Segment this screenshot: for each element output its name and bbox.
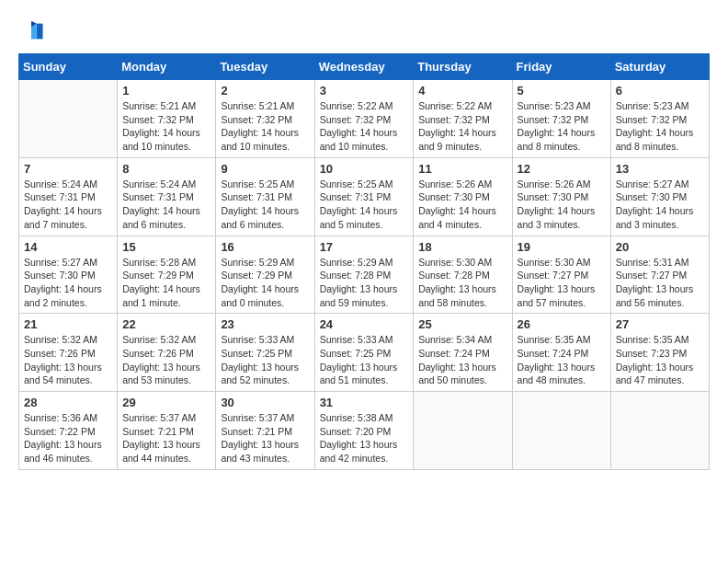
calendar-cell: 6Sunrise: 5:23 AM Sunset: 7:32 PM Daylig… (610, 80, 709, 158)
calendar-cell: 3Sunrise: 5:22 AM Sunset: 7:32 PM Daylig… (314, 80, 414, 158)
day-info: Sunrise: 5:21 AM Sunset: 7:32 PM Dayligh… (221, 99, 309, 154)
day-info: Sunrise: 5:30 AM Sunset: 7:28 PM Dayligh… (418, 256, 506, 310)
calendar-cell (512, 392, 610, 470)
day-info: Sunrise: 5:22 AM Sunset: 7:32 PM Dayligh… (320, 99, 409, 154)
calendar-header-row: SundayMondayTuesdayWednesdayThursdayFrid… (19, 54, 710, 80)
svg-marker-0 (37, 24, 43, 40)
day-info: Sunrise: 5:26 AM Sunset: 7:30 PM Dayligh… (418, 178, 506, 232)
calendar-cell: 23Sunrise: 5:33 AM Sunset: 7:25 PM Dayli… (216, 314, 314, 392)
weekday-header-monday: Monday (118, 54, 216, 80)
day-number: 6 (616, 84, 704, 98)
day-number: 2 (221, 84, 309, 98)
weekday-header-thursday: Thursday (414, 54, 512, 80)
day-info: Sunrise: 5:24 AM Sunset: 7:31 PM Dayligh… (122, 178, 210, 232)
day-number: 3 (320, 84, 409, 98)
calendar-cell: 29Sunrise: 5:37 AM Sunset: 7:21 PM Dayli… (118, 392, 216, 470)
day-number: 23 (221, 317, 309, 331)
calendar-cell: 19Sunrise: 5:30 AM Sunset: 7:27 PM Dayli… (512, 236, 610, 314)
day-info: Sunrise: 5:35 AM Sunset: 7:23 PM Dayligh… (616, 333, 704, 387)
calendar-cell: 7Sunrise: 5:24 AM Sunset: 7:31 PM Daylig… (19, 157, 118, 236)
calendar-cell: 31Sunrise: 5:38 AM Sunset: 7:20 PM Dayli… (314, 392, 414, 470)
day-number: 22 (122, 317, 210, 331)
calendar-cell: 11Sunrise: 5:26 AM Sunset: 7:30 PM Dayli… (414, 157, 512, 236)
calendar-cell: 24Sunrise: 5:33 AM Sunset: 7:25 PM Dayli… (314, 314, 414, 392)
day-info: Sunrise: 5:26 AM Sunset: 7:30 PM Dayligh… (518, 178, 606, 232)
calendar-cell: 10Sunrise: 5:25 AM Sunset: 7:31 PM Dayli… (314, 157, 414, 236)
calendar-cell: 27Sunrise: 5:35 AM Sunset: 7:23 PM Dayli… (610, 314, 709, 392)
weekday-header-friday: Friday (512, 54, 610, 80)
calendar-cell: 13Sunrise: 5:27 AM Sunset: 7:30 PM Dayli… (610, 157, 709, 236)
calendar-week-row: 28Sunrise: 5:36 AM Sunset: 7:22 PM Dayli… (19, 392, 710, 470)
calendar-cell: 25Sunrise: 5:34 AM Sunset: 7:24 PM Dayli… (414, 314, 512, 392)
calendar-cell: 4Sunrise: 5:22 AM Sunset: 7:32 PM Daylig… (414, 80, 512, 158)
day-number: 8 (122, 162, 210, 176)
day-info: Sunrise: 5:24 AM Sunset: 7:31 PM Dayligh… (24, 178, 112, 232)
logo (18, 18, 48, 44)
calendar-cell: 16Sunrise: 5:29 AM Sunset: 7:29 PM Dayli… (216, 236, 314, 314)
calendar-table: SundayMondayTuesdayWednesdayThursdayFrid… (18, 53, 710, 470)
page-header (18, 18, 710, 44)
day-info: Sunrise: 5:33 AM Sunset: 7:25 PM Dayligh… (221, 333, 309, 387)
calendar-cell: 30Sunrise: 5:37 AM Sunset: 7:21 PM Dayli… (216, 392, 314, 470)
logo-icon (18, 18, 44, 44)
day-info: Sunrise: 5:27 AM Sunset: 7:30 PM Dayligh… (24, 256, 112, 310)
day-info: Sunrise: 5:30 AM Sunset: 7:27 PM Dayligh… (518, 256, 606, 310)
day-info: Sunrise: 5:29 AM Sunset: 7:28 PM Dayligh… (320, 256, 409, 310)
day-info: Sunrise: 5:35 AM Sunset: 7:24 PM Dayligh… (518, 333, 606, 387)
day-info: Sunrise: 5:34 AM Sunset: 7:24 PM Dayligh… (418, 333, 506, 387)
weekday-header-sunday: Sunday (19, 54, 118, 80)
calendar-cell (610, 392, 709, 470)
weekday-header-tuesday: Tuesday (216, 54, 314, 80)
day-info: Sunrise: 5:36 AM Sunset: 7:22 PM Dayligh… (24, 411, 112, 465)
day-number: 20 (616, 240, 704, 254)
day-number: 24 (320, 317, 409, 331)
calendar-cell: 26Sunrise: 5:35 AM Sunset: 7:24 PM Dayli… (512, 314, 610, 392)
day-number: 30 (221, 396, 309, 409)
day-number: 16 (221, 240, 309, 254)
day-info: Sunrise: 5:23 AM Sunset: 7:32 PM Dayligh… (518, 99, 606, 154)
day-info: Sunrise: 5:23 AM Sunset: 7:32 PM Dayligh… (616, 99, 704, 154)
day-number: 28 (24, 396, 112, 409)
calendar-week-row: 7Sunrise: 5:24 AM Sunset: 7:31 PM Daylig… (19, 157, 710, 236)
day-number: 1 (122, 84, 210, 98)
day-number: 18 (418, 240, 506, 254)
day-number: 26 (518, 317, 606, 331)
day-number: 12 (518, 162, 606, 176)
calendar-cell: 5Sunrise: 5:23 AM Sunset: 7:32 PM Daylig… (512, 80, 610, 158)
calendar-cell: 20Sunrise: 5:31 AM Sunset: 7:27 PM Dayli… (610, 236, 709, 314)
day-number: 21 (24, 317, 112, 331)
calendar-cell: 17Sunrise: 5:29 AM Sunset: 7:28 PM Dayli… (314, 236, 414, 314)
calendar-cell: 1Sunrise: 5:21 AM Sunset: 7:32 PM Daylig… (118, 80, 216, 158)
calendar-cell: 18Sunrise: 5:30 AM Sunset: 7:28 PM Dayli… (414, 236, 512, 314)
day-number: 14 (24, 240, 112, 254)
day-info: Sunrise: 5:31 AM Sunset: 7:27 PM Dayligh… (616, 256, 704, 310)
day-number: 15 (122, 240, 210, 254)
calendar-week-row: 21Sunrise: 5:32 AM Sunset: 7:26 PM Dayli… (19, 314, 710, 392)
day-info: Sunrise: 5:37 AM Sunset: 7:21 PM Dayligh… (122, 411, 210, 465)
calendar-cell (19, 80, 118, 158)
calendar-cell: 22Sunrise: 5:32 AM Sunset: 7:26 PM Dayli… (118, 314, 216, 392)
day-number: 13 (616, 162, 704, 176)
day-number: 27 (616, 317, 704, 331)
calendar-cell (414, 392, 512, 470)
calendar-cell: 9Sunrise: 5:25 AM Sunset: 7:31 PM Daylig… (216, 157, 314, 236)
calendar-cell: 12Sunrise: 5:26 AM Sunset: 7:30 PM Dayli… (512, 157, 610, 236)
day-number: 5 (518, 84, 606, 98)
calendar-week-row: 14Sunrise: 5:27 AM Sunset: 7:30 PM Dayli… (19, 236, 710, 314)
day-info: Sunrise: 5:37 AM Sunset: 7:21 PM Dayligh… (221, 411, 309, 465)
day-number: 29 (122, 396, 210, 409)
day-number: 9 (221, 162, 309, 176)
day-number: 31 (320, 396, 409, 409)
day-info: Sunrise: 5:27 AM Sunset: 7:30 PM Dayligh… (616, 178, 704, 232)
day-number: 4 (418, 84, 506, 98)
day-number: 7 (24, 162, 112, 176)
day-number: 19 (518, 240, 606, 254)
day-info: Sunrise: 5:25 AM Sunset: 7:31 PM Dayligh… (320, 178, 409, 232)
calendar-cell: 2Sunrise: 5:21 AM Sunset: 7:32 PM Daylig… (216, 80, 314, 158)
calendar-cell: 28Sunrise: 5:36 AM Sunset: 7:22 PM Dayli… (19, 392, 118, 470)
day-info: Sunrise: 5:38 AM Sunset: 7:20 PM Dayligh… (320, 411, 409, 465)
day-number: 10 (320, 162, 409, 176)
day-number: 25 (418, 317, 506, 331)
calendar-week-row: 1Sunrise: 5:21 AM Sunset: 7:32 PM Daylig… (19, 80, 710, 158)
day-number: 11 (418, 162, 506, 176)
